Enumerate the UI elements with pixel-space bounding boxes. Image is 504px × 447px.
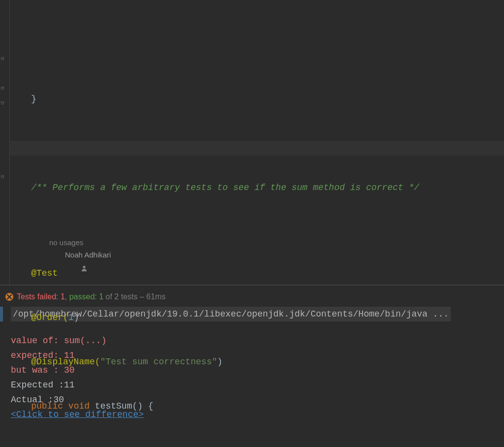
code-editor[interactable]: } /** Performs a few arbitrary tests to … [10,0,504,285]
fold-marker-icon[interactable]: ⊟ [1,100,4,106]
expected-value: 11 [64,380,75,390]
error-icon [5,292,14,301]
test-status-bar: Tests failed: 1, passed: 1 of 2 tests – … [0,289,504,307]
javadoc-comment: /** Performs a few arbitrary tests to se… [10,183,419,192]
keyword-void: void [68,401,95,411]
fold-marker-icon[interactable]: ⊟ [1,86,4,91]
annotation-test: @Test [10,268,58,278]
author-icon [56,251,63,258]
gutter: ⊟ ⊟ ⊟ ⊟ [0,0,10,285]
keyword-public: public [10,401,68,411]
annotation-order: @Order( [10,313,68,322]
author-name[interactable]: Noah Adhikari [65,251,111,259]
editor-pane[interactable]: ⊟ ⊟ ⊟ ⊟ } /** Performs a few arbitrary t… [0,0,504,285]
tests-total: of 2 tests – 61ms [103,292,165,301]
method-name: testSum() { [95,401,154,411]
failed-count: Tests failed: 1 [17,292,65,301]
passed-count: passed: 1 [69,292,103,301]
error-line: value of: sum(...) [11,333,504,348]
usages-hint[interactable]: no usages [49,238,83,247]
fold-marker-icon[interactable]: ⊟ [1,56,4,62]
console-highlight-strip [0,307,3,321]
expected-label: Expected : [11,380,64,390]
annotation-displayname: @DisplayName( [10,357,100,367]
fold-marker-icon[interactable]: ⊟ [1,174,4,180]
brace: } [10,94,36,104]
